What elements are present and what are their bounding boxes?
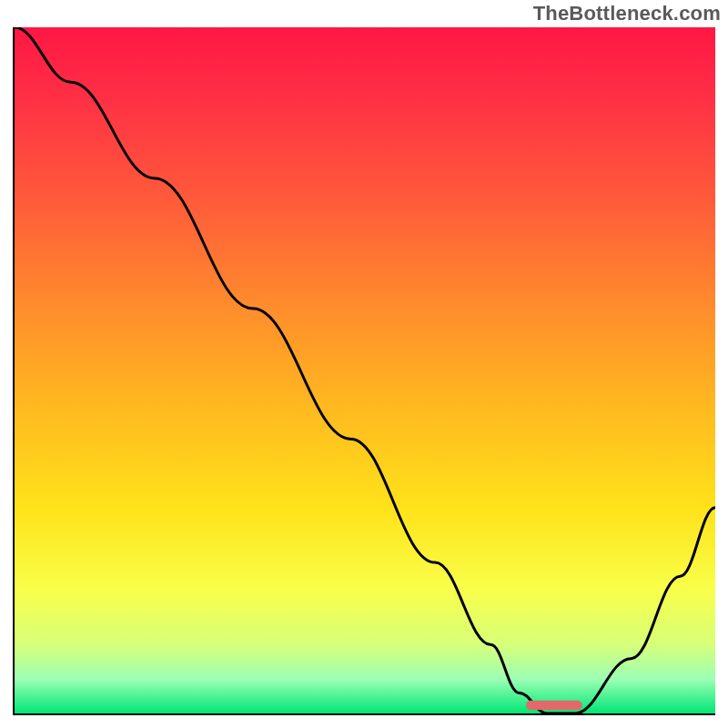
heat-background (15, 27, 715, 713)
watermark-text: TheBottleneck.com (533, 2, 721, 25)
optimal-range-marker (526, 701, 582, 711)
chart-stage: TheBottleneck.com (0, 0, 728, 728)
chart-svg (15, 27, 715, 713)
